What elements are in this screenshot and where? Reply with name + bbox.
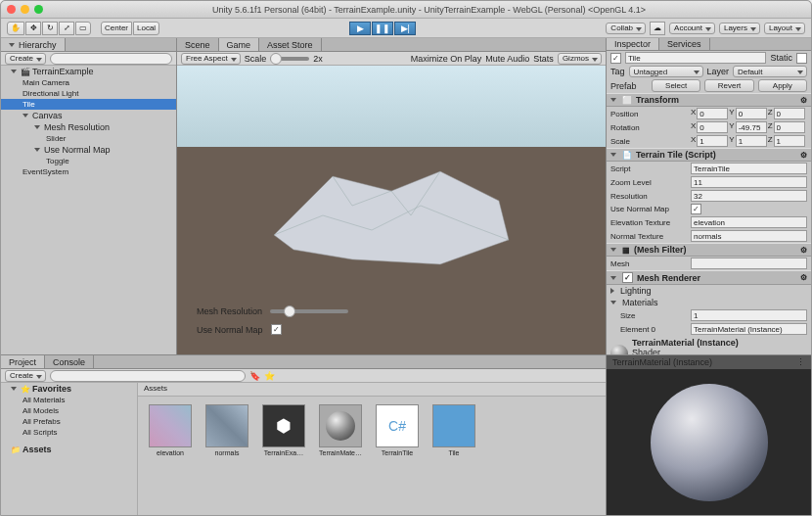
material-header[interactable]: TerrainMaterial (Instance) Shader Standa… — [607, 336, 811, 354]
material-preview[interactable] — [607, 369, 811, 515]
scene-row[interactable]: 🎬 TerrainExample — [1, 66, 176, 77]
filter-icon[interactable]: ⭐ — [264, 371, 275, 381]
prefab-apply-button[interactable]: Apply — [758, 79, 807, 92]
rotate-tool[interactable]: ↻ — [42, 22, 58, 35]
tab-services[interactable]: Services — [659, 38, 710, 50]
hand-tool[interactable]: ✋ — [7, 22, 24, 35]
layer-dropdown[interactable]: Default — [733, 66, 807, 77]
hierarchy-item[interactable]: Toggle — [1, 156, 176, 166]
hierarchy-create-dropdown[interactable]: Create — [5, 53, 46, 65]
cloud-button[interactable]: ☁ — [650, 22, 665, 35]
mesh-field[interactable] — [691, 258, 807, 269]
norm-field[interactable] — [691, 230, 807, 242]
tab-project[interactable]: Project — [1, 355, 45, 368]
pivot-center-button[interactable]: Center — [101, 22, 132, 35]
hierarchy-item[interactable]: Use Normal Map — [1, 144, 176, 156]
hierarchy-search-input[interactable] — [50, 53, 172, 65]
asset-item[interactable]: C#TerrainTile — [373, 404, 422, 456]
hierarchy-item[interactable]: EventSystem — [1, 166, 176, 177]
project-create-dropdown[interactable]: Create — [5, 370, 46, 382]
scl-z-input[interactable] — [774, 135, 805, 147]
aspect-dropdown[interactable]: Free Aspect — [181, 53, 241, 65]
pivot-local-button[interactable]: Local — [133, 22, 159, 35]
pause-button[interactable]: ❚❚ — [372, 22, 393, 35]
scale-slider[interactable] — [270, 57, 309, 61]
meshrenderer-header[interactable]: Mesh Renderer⚙ — [607, 270, 811, 285]
size-input[interactable] — [691, 309, 807, 321]
scl-x-input[interactable] — [697, 135, 728, 147]
script-field[interactable] — [691, 163, 807, 174]
asset-item[interactable]: normals — [203, 404, 251, 456]
renderer-enabled-checkbox[interactable] — [622, 272, 633, 283]
usenm-checkbox[interactable] — [691, 204, 701, 214]
account-dropdown[interactable]: Account — [669, 23, 715, 34]
hierarchy-item[interactable]: Mesh Resolution — [1, 121, 176, 133]
tab-game[interactable]: Game — [219, 38, 260, 51]
tab-inspector[interactable]: Inspector — [607, 38, 659, 50]
fav-item[interactable]: All Models — [1, 405, 137, 416]
resolution-input[interactable] — [691, 190, 807, 202]
rect-tool[interactable]: ▭ — [75, 22, 91, 35]
transform-header[interactable]: ⬜ Transform⚙ — [607, 93, 811, 107]
tab-hierarchy[interactable]: Hierarchy — [1, 38, 66, 51]
layers-dropdown[interactable]: Layers — [719, 23, 760, 34]
use-normal-checkbox[interactable] — [271, 324, 282, 335]
fav-item[interactable]: All Materials — [1, 395, 137, 405]
asset-item[interactable]: elevation — [146, 404, 195, 456]
pos-z-input[interactable] — [774, 108, 805, 119]
tab-scene[interactable]: Scene — [177, 38, 219, 51]
minimize-icon[interactable] — [21, 5, 29, 14]
scale-tool[interactable]: ⤢ — [59, 22, 74, 35]
rot-x-input[interactable] — [697, 121, 728, 133]
tag-dropdown[interactable]: Untagged — [629, 66, 703, 77]
stats-toggle[interactable]: Stats — [533, 54, 554, 64]
foldout-icon[interactable] — [610, 301, 616, 305]
rot-y-input[interactable] — [736, 121, 767, 133]
assets-folder[interactable]: 📁 Assets — [1, 444, 137, 455]
elem0-field[interactable] — [691, 323, 807, 335]
gameobject-enabled-checkbox[interactable] — [610, 53, 621, 64]
foldout-icon[interactable] — [610, 288, 614, 294]
preview-menu-icon[interactable]: ⋮ — [796, 357, 805, 367]
static-checkbox[interactable] — [796, 53, 807, 64]
tab-asset-store[interactable]: Asset Store — [259, 38, 322, 51]
asset-item[interactable]: TerrainMate… — [316, 404, 365, 456]
prefab-select-button[interactable]: Select — [652, 79, 700, 92]
pos-y-input[interactable] — [736, 108, 767, 119]
project-search-input[interactable] — [50, 370, 246, 382]
hierarchy-item[interactable]: Canvas — [1, 110, 176, 121]
mesh-res-slider[interactable] — [270, 309, 348, 313]
scl-y-input[interactable] — [736, 135, 767, 147]
meshfilter-header[interactable]: ▦ (Mesh Filter)⚙ — [607, 243, 811, 257]
favorites-row[interactable]: ⭐ Favorites — [1, 383, 137, 395]
zoom-input[interactable] — [691, 176, 807, 188]
tab-console[interactable]: Console — [45, 355, 94, 368]
pos-x-input[interactable] — [697, 108, 728, 119]
hierarchy-item[interactable]: Directional Light — [1, 88, 176, 99]
move-tool[interactable]: ✥ — [25, 22, 41, 35]
hierarchy-item-selected[interactable]: Tile — [1, 99, 176, 110]
gizmos-dropdown[interactable]: Gizmos — [558, 53, 602, 65]
asset-item[interactable]: Tile — [429, 404, 478, 456]
scale-value: 2x — [313, 54, 323, 64]
close-icon[interactable] — [7, 5, 16, 14]
hierarchy-item[interactable]: Main Camera — [1, 77, 176, 88]
maximize-icon[interactable] — [34, 5, 43, 14]
fav-item[interactable]: All Prefabs — [1, 416, 137, 427]
maximize-toggle[interactable]: Maximize On Play — [411, 54, 482, 64]
fav-item[interactable]: All Scripts — [1, 427, 137, 438]
prefab-revert-button[interactable]: Revert — [704, 79, 753, 92]
script-header[interactable]: 📄 Terrain Tile (Script)⚙ — [607, 148, 811, 162]
asset-item[interactable]: ⬢TerrainExa… — [259, 404, 308, 456]
elev-field[interactable] — [691, 216, 807, 228]
step-button[interactable]: ▶| — [394, 22, 416, 35]
mute-toggle[interactable]: Mute Audio — [485, 54, 529, 64]
layout-dropdown[interactable]: Layout — [764, 23, 805, 34]
filter-icon[interactable]: 🔖 — [249, 371, 260, 381]
rot-z-input[interactable] — [774, 121, 805, 133]
foldout-icon — [610, 276, 616, 280]
gameobject-name-input[interactable] — [625, 52, 766, 64]
play-button[interactable]: ▶ — [349, 22, 371, 35]
hierarchy-item[interactable]: Slider — [1, 133, 176, 144]
collab-dropdown[interactable]: Collab — [606, 23, 646, 34]
